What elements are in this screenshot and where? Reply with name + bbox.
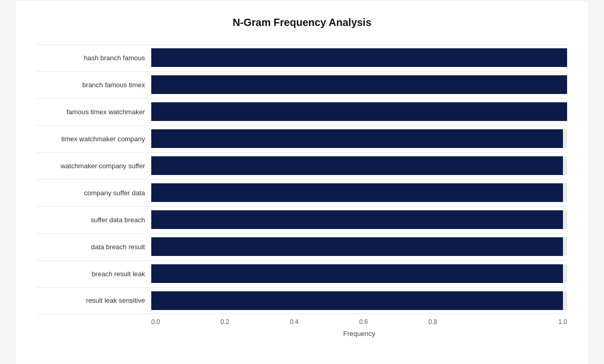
bar-track — [151, 156, 567, 175]
bar-label: result leak sensitive — [37, 296, 151, 304]
bar-row: watchmaker company suffer — [37, 152, 567, 179]
bar-fill — [151, 183, 563, 202]
bar-fill — [151, 291, 563, 310]
bar-row: company suffer data — [37, 179, 567, 206]
bar-label: hash branch famous — [37, 54, 151, 62]
bar-row: branch famous timex — [37, 71, 567, 98]
bar-row: famous timex watchmaker — [37, 98, 567, 125]
x-tick: 0.2 — [220, 318, 290, 326]
bar-track — [151, 264, 567, 283]
bar-track — [151, 129, 567, 148]
x-axis: 0.00.20.40.60.81.0 — [151, 318, 567, 326]
bar-track — [151, 237, 567, 256]
bar-label: data breach result — [37, 243, 151, 251]
x-tick: 0.8 — [428, 318, 497, 326]
bar-label: branch famous timex — [37, 81, 151, 89]
bar-track — [151, 75, 567, 94]
x-tick: 0.4 — [290, 318, 359, 326]
bar-fill — [151, 156, 563, 175]
bar-track — [151, 102, 567, 121]
bar-fill — [151, 129, 563, 148]
bar-track — [151, 291, 567, 310]
bar-fill — [151, 102, 567, 121]
chart-title: N-Gram Frequency Analysis — [37, 17, 567, 29]
bar-row: breach result leak — [37, 260, 567, 287]
bar-label: timex watchmaker company — [37, 135, 151, 143]
bar-label: famous timex watchmaker — [37, 108, 151, 116]
bar-fill — [151, 237, 563, 256]
bar-row: timex watchmaker company — [37, 125, 567, 152]
x-tick: 1.0 — [498, 318, 567, 326]
x-tick: 0.0 — [151, 318, 220, 326]
chart-container: N-Gram Frequency Analysis hash branch fa… — [16, 1, 588, 363]
x-tick: 0.6 — [359, 318, 428, 326]
bar-row: suffer data breach — [37, 206, 567, 233]
bar-track — [151, 210, 567, 229]
bar-track — [151, 183, 567, 202]
x-axis-label: Frequency — [151, 330, 567, 338]
bar-label: breach result leak — [37, 270, 151, 278]
bar-fill — [151, 264, 563, 283]
bar-row: hash branch famous — [37, 44, 567, 71]
bar-row: result leak sensitive — [37, 287, 567, 314]
bar-track — [151, 48, 567, 67]
bar-label: suffer data breach — [37, 216, 151, 224]
bar-fill — [151, 210, 563, 229]
bar-label: watchmaker company suffer — [37, 162, 151, 170]
bar-fill — [151, 75, 567, 94]
bar-row: data breach result — [37, 233, 567, 260]
bar-label: company suffer data — [37, 189, 151, 197]
chart-area: hash branch famousbranch famous timexfam… — [37, 44, 567, 314]
bar-fill — [151, 48, 567, 67]
